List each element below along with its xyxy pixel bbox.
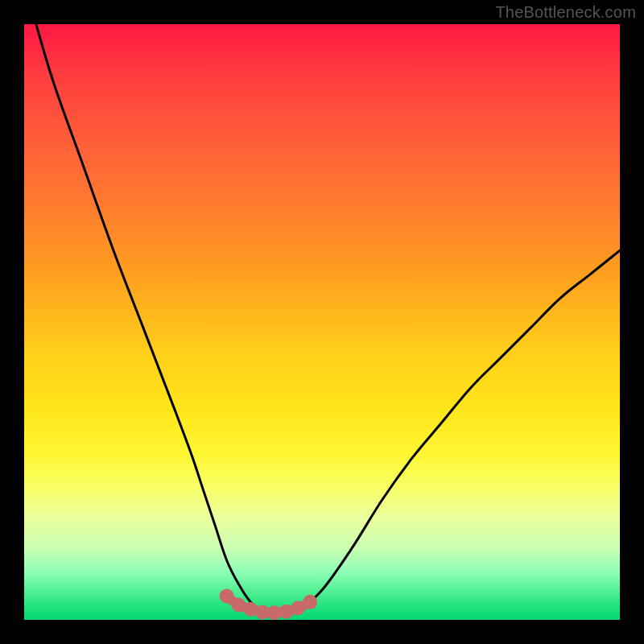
chart-frame: TheBottleneck.com: [0, 0, 644, 644]
svg-point-7: [303, 595, 317, 609]
flat-markers: [220, 588, 318, 620]
bottleneck-curve: [36, 24, 620, 614]
chart-svg: [24, 24, 620, 620]
watermark-text: TheBottleneck.com: [495, 3, 636, 22]
plot-area: [24, 24, 620, 620]
svg-point-0: [220, 588, 234, 603]
